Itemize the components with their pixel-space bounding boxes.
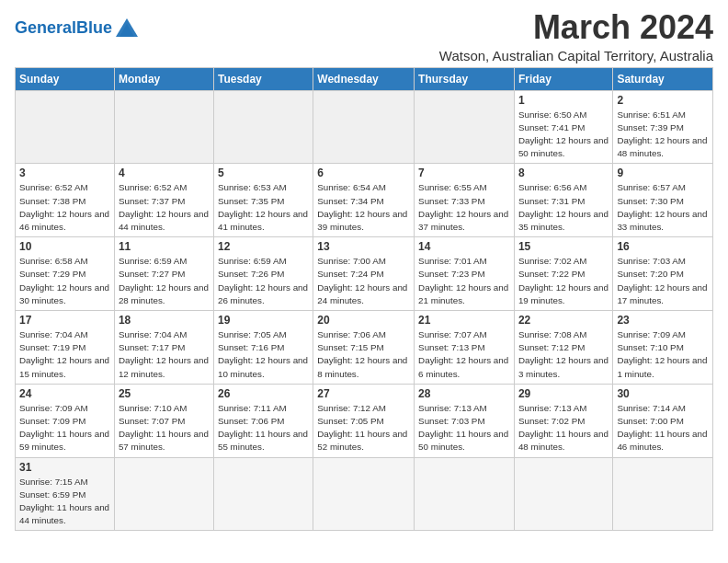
day-number: 3 <box>19 167 110 179</box>
week-row-4: 17Sunrise: 7:04 AMSunset: 7:19 PMDayligh… <box>16 311 713 385</box>
day-cell: 21Sunrise: 7:07 AMSunset: 7:13 PMDayligh… <box>415 311 515 385</box>
day-number: 22 <box>518 314 609 327</box>
day-info: Sunrise: 7:04 AMSunset: 7:19 PMDaylight:… <box>19 328 110 381</box>
day-cell: 30Sunrise: 7:14 AMSunset: 7:00 PMDayligh… <box>613 384 713 457</box>
logo-icon <box>114 15 140 40</box>
day-number: 25 <box>119 387 210 400</box>
day-number: 17 <box>19 314 110 327</box>
day-cell: 3Sunrise: 6:52 AMSunset: 7:38 PMDaylight… <box>16 164 115 237</box>
header-tuesday: Tuesday <box>213 67 313 90</box>
day-number: 7 <box>418 167 510 179</box>
day-number: 23 <box>617 314 709 327</box>
week-row-5: 24Sunrise: 7:09 AMSunset: 7:09 PMDayligh… <box>16 384 713 457</box>
day-info: Sunrise: 6:53 AMSunset: 7:35 PMDaylight:… <box>218 181 309 234</box>
day-cell <box>213 90 313 164</box>
day-cell: 4Sunrise: 6:52 AMSunset: 7:37 PMDaylight… <box>114 164 213 237</box>
day-cell: 6Sunrise: 6:54 AMSunset: 7:34 PMDaylight… <box>313 164 415 237</box>
day-info: Sunrise: 7:12 AMSunset: 7:05 PMDaylight:… <box>317 402 410 454</box>
day-info: Sunrise: 7:03 AMSunset: 7:20 PMDaylight:… <box>617 255 709 307</box>
day-info: Sunrise: 6:51 AMSunset: 7:39 PMDaylight:… <box>617 109 709 161</box>
day-number: 9 <box>617 167 709 179</box>
day-number: 11 <box>119 240 210 253</box>
day-number: 5 <box>218 167 309 179</box>
location-title: Watson, Australian Capital Territory, Au… <box>439 48 713 63</box>
day-info: Sunrise: 6:59 AMSunset: 7:27 PMDaylight:… <box>119 255 210 307</box>
day-number: 15 <box>518 240 609 253</box>
day-cell: 16Sunrise: 7:03 AMSunset: 7:20 PMDayligh… <box>613 237 713 311</box>
day-info: Sunrise: 6:59 AMSunset: 7:26 PMDaylight:… <box>218 255 309 307</box>
day-number: 13 <box>317 240 410 253</box>
day-cell: 27Sunrise: 7:12 AMSunset: 7:05 PMDayligh… <box>313 384 415 457</box>
logo: GeneralBlue <box>15 9 140 40</box>
day-cell: 8Sunrise: 6:56 AMSunset: 7:31 PMDaylight… <box>514 164 612 237</box>
calendar-table: SundayMondayTuesdayWednesdayThursdayFrid… <box>15 67 713 532</box>
header-friday: Friday <box>514 67 612 90</box>
page-header: GeneralBlue March 2024 Watson, Australia… <box>15 9 713 63</box>
day-cell: 9Sunrise: 6:57 AMSunset: 7:30 PMDaylight… <box>613 164 713 237</box>
day-info: Sunrise: 7:07 AMSunset: 7:13 PMDaylight:… <box>418 328 510 381</box>
day-info: Sunrise: 6:57 AMSunset: 7:30 PMDaylight:… <box>617 181 709 234</box>
day-info: Sunrise: 6:54 AMSunset: 7:34 PMDaylight:… <box>317 181 410 234</box>
day-info: Sunrise: 7:09 AMSunset: 7:09 PMDaylight:… <box>19 402 110 454</box>
week-row-3: 10Sunrise: 6:58 AMSunset: 7:29 PMDayligh… <box>16 237 713 311</box>
day-info: Sunrise: 7:13 AMSunset: 7:02 PMDaylight:… <box>518 402 609 454</box>
day-cell: 14Sunrise: 7:01 AMSunset: 7:23 PMDayligh… <box>415 237 515 311</box>
day-cell <box>313 457 415 531</box>
day-number: 18 <box>119 314 210 327</box>
header-monday: Monday <box>114 67 213 90</box>
day-info: Sunrise: 7:08 AMSunset: 7:12 PMDaylight:… <box>518 328 609 381</box>
day-cell: 5Sunrise: 6:53 AMSunset: 7:35 PMDaylight… <box>213 164 313 237</box>
day-number: 27 <box>317 387 410 400</box>
day-info: Sunrise: 7:10 AMSunset: 7:07 PMDaylight:… <box>119 402 210 454</box>
day-cell: 25Sunrise: 7:10 AMSunset: 7:07 PMDayligh… <box>114 384 213 457</box>
day-cell <box>114 90 213 164</box>
day-number: 19 <box>218 314 309 327</box>
day-cell <box>16 90 115 164</box>
day-number: 14 <box>418 240 510 253</box>
day-number: 2 <box>617 94 709 107</box>
title-area: March 2024 Watson, Australian Capital Te… <box>439 9 713 63</box>
day-cell: 10Sunrise: 6:58 AMSunset: 7:29 PMDayligh… <box>16 237 115 311</box>
header-saturday: Saturday <box>613 67 713 90</box>
day-info: Sunrise: 6:50 AMSunset: 7:41 PMDaylight:… <box>518 109 609 161</box>
day-info: Sunrise: 7:15 AMSunset: 6:59 PMDaylight:… <box>19 476 110 528</box>
day-number: 20 <box>317 314 410 327</box>
day-cell: 12Sunrise: 6:59 AMSunset: 7:26 PMDayligh… <box>213 237 313 311</box>
day-cell: 23Sunrise: 7:09 AMSunset: 7:10 PMDayligh… <box>613 311 713 385</box>
day-cell: 19Sunrise: 7:05 AMSunset: 7:16 PMDayligh… <box>213 311 313 385</box>
day-cell <box>213 457 313 531</box>
day-number: 16 <box>617 240 709 253</box>
day-cell: 26Sunrise: 7:11 AMSunset: 7:06 PMDayligh… <box>213 384 313 457</box>
day-info: Sunrise: 6:58 AMSunset: 7:29 PMDaylight:… <box>19 255 110 307</box>
day-number: 31 <box>19 461 110 474</box>
week-row-2: 3Sunrise: 6:52 AMSunset: 7:38 PMDaylight… <box>16 164 713 237</box>
day-cell <box>114 457 213 531</box>
day-number: 28 <box>418 387 510 400</box>
calendar-header-row: SundayMondayTuesdayWednesdayThursdayFrid… <box>16 67 713 90</box>
day-cell: 2Sunrise: 6:51 AMSunset: 7:39 PMDaylight… <box>613 90 713 164</box>
day-cell <box>415 457 515 531</box>
header-sunday: Sunday <box>16 67 115 90</box>
day-info: Sunrise: 6:52 AMSunset: 7:37 PMDaylight:… <box>119 181 210 234</box>
day-number: 8 <box>518 167 609 179</box>
day-cell: 17Sunrise: 7:04 AMSunset: 7:19 PMDayligh… <box>16 311 115 385</box>
day-info: Sunrise: 7:13 AMSunset: 7:03 PMDaylight:… <box>418 402 510 454</box>
day-number: 30 <box>617 387 709 400</box>
day-info: Sunrise: 6:55 AMSunset: 7:33 PMDaylight:… <box>418 181 510 234</box>
day-cell <box>313 90 415 164</box>
day-cell <box>514 457 612 531</box>
day-cell: 22Sunrise: 7:08 AMSunset: 7:12 PMDayligh… <box>514 311 612 385</box>
day-cell: 18Sunrise: 7:04 AMSunset: 7:17 PMDayligh… <box>114 311 213 385</box>
day-number: 29 <box>518 387 609 400</box>
day-number: 4 <box>119 167 210 179</box>
header-thursday: Thursday <box>415 67 515 90</box>
day-number: 21 <box>418 314 510 327</box>
day-cell: 29Sunrise: 7:13 AMSunset: 7:02 PMDayligh… <box>514 384 612 457</box>
week-row-1: 1Sunrise: 6:50 AMSunset: 7:41 PMDaylight… <box>16 90 713 164</box>
day-cell <box>613 457 713 531</box>
logo-text: GeneralBlue <box>15 18 112 38</box>
day-number: 10 <box>19 240 110 253</box>
day-info: Sunrise: 7:00 AMSunset: 7:24 PMDaylight:… <box>317 255 410 307</box>
day-cell: 20Sunrise: 7:06 AMSunset: 7:15 PMDayligh… <box>313 311 415 385</box>
day-number: 26 <box>218 387 309 400</box>
